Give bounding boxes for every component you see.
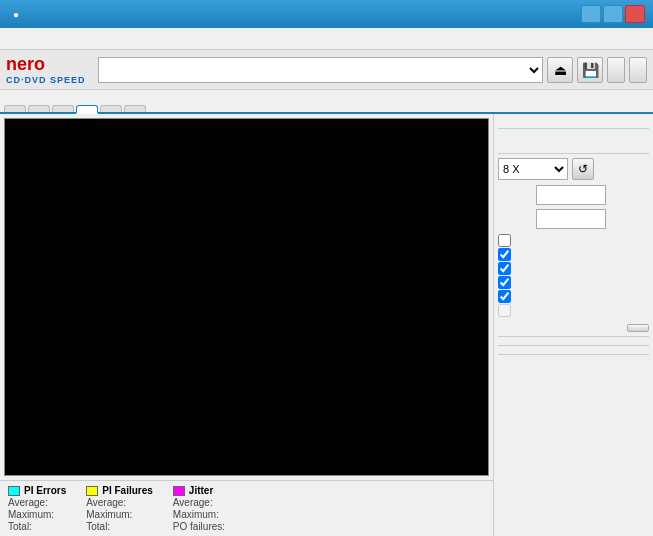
quick-scan-checkbox[interactable] [498,234,511,247]
pi-errors-color [8,486,20,496]
pi-failures-title: PI Failures [102,485,153,496]
divider-4 [498,354,649,355]
close-button[interactable] [625,5,645,23]
show-c1-checkbox[interactable] [498,248,511,261]
end-input[interactable] [536,209,606,229]
show-c2-row [498,262,649,275]
end-mb-row [498,209,649,229]
show-read-speed-checkbox[interactable] [498,290,511,303]
checkboxes-section [498,233,649,318]
start-input[interactable] [536,185,606,205]
window-controls [581,5,645,23]
legend-pi-failures: PI Failures Average: Maximum: Total: [86,485,153,532]
speed-row: 8 X 1 X2 X4 X 6 X12 X16 XMax ↺ [498,158,649,180]
divider-3 [498,336,649,337]
legend-pi-errors: PI Errors Average: Maximum: Total: [8,485,66,532]
minimize-button[interactable] [581,5,601,23]
main-content: PI Errors Average: Maximum: Total: [0,114,653,536]
right-panel: 8 X 1 X2 X4 X 6 X12 X16 XMax ↺ [493,114,653,536]
legend-jitter: Jitter Average: Maximum: PO failures: [173,485,233,532]
divider-1 [498,128,649,129]
show-jitter-row [498,276,649,289]
start-mb-row [498,185,649,205]
show-read-speed-row [498,290,649,303]
show-c2-checkbox[interactable] [498,262,511,275]
exit-button[interactable] [629,57,647,83]
chart-area [4,118,489,476]
maximize-button[interactable] [603,5,623,23]
start-button[interactable] [607,57,625,83]
refresh-button[interactable]: ↺ [572,158,594,180]
jitter-color [173,486,185,496]
speed-selector[interactable]: 8 X 1 X2 X4 X 6 X12 X16 XMax [498,158,568,180]
show-write-speed-checkbox [498,304,511,317]
pi-failures-color [86,486,98,496]
show-jitter-checkbox[interactable] [498,276,511,289]
pi-errors-title: PI Errors [24,485,66,496]
quick-scan-row [498,234,649,247]
jitter-title: Jitter [189,485,213,496]
divider-2 [498,153,649,154]
legend-area: PI Errors Average: Maximum: Total: [0,480,493,536]
eject-icon-button[interactable]: ⏏ [547,57,573,83]
save-icon-button[interactable]: 💾 [577,57,603,83]
quality-score-row [498,345,649,350]
show-c1-row [498,248,649,261]
bottom-chart [0,114,300,150]
show-write-speed-row [498,304,649,317]
advanced-button[interactable] [627,324,649,332]
